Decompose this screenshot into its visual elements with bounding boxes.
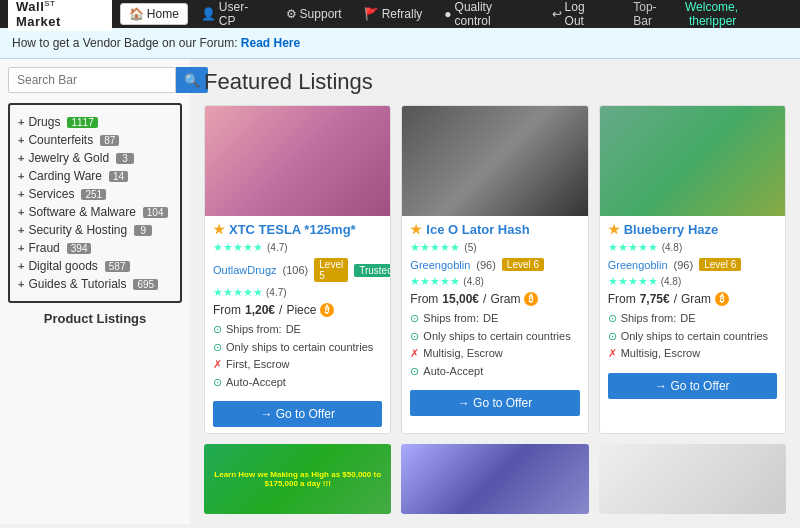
badge-software: 104 — [143, 207, 168, 218]
listing-card-0: ★ XTC TESLA *125mg* ★★★★★ (4.7) OutlawDr… — [204, 105, 391, 434]
price-row-1: From 15,00€/Gram ₿ — [410, 292, 579, 306]
search-input[interactable] — [8, 67, 176, 93]
nav-usercp-label: User-CP — [219, 0, 264, 28]
cat-fraud[interactable]: + Fraud 394 — [18, 239, 172, 257]
seller-name-2[interactable]: Greengoblin — [608, 259, 668, 271]
seller-row-2: Greengoblin (96) Level 6 — [608, 258, 777, 271]
nav-items: 🏠 Home 👤 User-CP ⚙ Support 🚩 Refrally ● … — [120, 0, 615, 32]
home-icon: 🏠 — [129, 7, 144, 21]
listing-image-0 — [205, 106, 390, 216]
listing-title-1[interactable]: ★ Ice O Lator Hash — [410, 222, 579, 237]
listing-stars-1: ★★★★★ (5) — [410, 241, 579, 254]
seller-stars-0: ★★★★★ (4.7) — [213, 286, 382, 299]
info-list-0: ⊙ Ships from: DE ⊙ Only ships to certain… — [213, 321, 382, 391]
level-badge-0: Level 5 — [314, 258, 348, 282]
btc-icon-2: ₿ — [715, 292, 729, 306]
go-to-offer-2[interactable]: → Go to Offer — [608, 373, 777, 399]
level-badge-2: Level 6 — [699, 258, 741, 271]
badge-carding: 14 — [109, 171, 128, 182]
refrally-icon: 🚩 — [364, 7, 379, 21]
bottom-image-1[interactable] — [401, 444, 588, 514]
search-bar: 🔍 — [8, 67, 182, 93]
badge-jewelry: 3 — [116, 153, 134, 164]
nav-quality[interactable]: ● Quality control — [435, 0, 538, 32]
nav-home-label: Home — [147, 7, 179, 21]
info-list-1: ⊙ Ships from: DE ⊙ Only ships to certain… — [410, 310, 579, 380]
cat-jewelry[interactable]: + Jewelry & Gold 3 — [18, 149, 172, 167]
seller-row-0: OutlawDrugz (106) Level 5 Trusted — [213, 258, 382, 282]
sidebar-section-title: Product Listings — [8, 311, 182, 326]
price-row-0: From 1,20€/Piece ₿ — [213, 303, 382, 317]
bottom-image-0[interactable]: Learn How we Making as High as $50,000 t… — [204, 444, 391, 514]
topbar-label: Top-Bar — [633, 0, 675, 28]
quality-icon: ● — [444, 7, 451, 21]
star-icon-1: ★ — [410, 222, 422, 237]
trusted-badge-0: Trusted — [354, 264, 391, 277]
listing-card-2: ★ Blueberry Haze ★★★★★ (4.8) Greengoblin… — [599, 105, 786, 434]
nav-support[interactable]: ⚙ Support — [277, 3, 351, 25]
bottom-image-2[interactable] — [599, 444, 786, 514]
badge-fraud: 394 — [67, 243, 92, 254]
usercp-icon: 👤 — [201, 7, 216, 21]
cat-digital[interactable]: + Digital goods 587 — [18, 257, 172, 275]
listing-image-2 — [600, 106, 785, 216]
listing-title-2[interactable]: ★ Blueberry Haze — [608, 222, 777, 237]
cat-drugs[interactable]: + Drugs 1117 — [18, 113, 172, 131]
listing-title-0[interactable]: ★ XTC TESLA *125mg* — [213, 222, 382, 237]
badge-guides: 695 — [133, 279, 158, 290]
logo[interactable]: WallST Market — [8, 0, 112, 31]
badge-services: 251 — [81, 189, 106, 200]
top-bar: WallST Market 🏠 Home 👤 User-CP ⚙ Support… — [0, 0, 800, 28]
nav-quality-label: Quality control — [455, 0, 530, 28]
listing-image-1 — [402, 106, 587, 216]
listings-grid: ★ XTC TESLA *125mg* ★★★★★ (4.7) OutlawDr… — [204, 105, 786, 434]
badge-security: 9 — [134, 225, 152, 236]
cat-counterfeits[interactable]: + Counterfeits 87 — [18, 131, 172, 149]
cat-plus-icon: + — [18, 116, 24, 128]
nav-refrally[interactable]: 🚩 Refrally — [355, 3, 432, 25]
support-icon: ⚙ — [286, 7, 297, 21]
listing-stars-2: ★★★★★ (4.8) — [608, 241, 777, 254]
content-area: Featured Listings ★ XTC TESLA *125mg* ★★… — [190, 59, 800, 524]
btc-icon-0: ₿ — [320, 303, 334, 317]
listing-stars-0: ★★★★★ (4.7) — [213, 241, 382, 254]
listing-card-1: ★ Ice O Lator Hash ★★★★★ (5) Greengoblin… — [401, 105, 588, 434]
vendor-banner: How to get a Vendor Badge on our Forum: … — [0, 28, 800, 59]
seller-row-1: Greengoblin (96) Level 6 — [410, 258, 579, 271]
cat-guides[interactable]: + Guides & Tutorials 695 — [18, 275, 172, 293]
sidebar: 🔍 + Drugs 1117 + Counterfeits 87 + Jewel… — [0, 59, 190, 524]
info-list-2: ⊙ Ships from: DE ⊙ Only ships to certain… — [608, 310, 777, 363]
price-row-2: From 7,75€/Gram ₿ — [608, 292, 777, 306]
nav-logout[interactable]: ↩ Log Out — [543, 0, 616, 32]
nav-logout-label: Log Out — [565, 0, 607, 28]
level-badge-1: Level 6 — [502, 258, 544, 271]
logo-sup: ST — [44, 0, 55, 8]
seller-name-0[interactable]: OutlawDrugz — [213, 264, 277, 276]
go-to-offer-1[interactable]: → Go to Offer — [410, 390, 579, 416]
nav-refrally-label: Refrally — [382, 7, 423, 21]
nav-support-label: Support — [300, 7, 342, 21]
star-icon-2: ★ — [608, 222, 620, 237]
main-layout: 🔍 + Drugs 1117 + Counterfeits 87 + Jewel… — [0, 59, 800, 524]
cat-software[interactable]: + Software & Malware 104 — [18, 203, 172, 221]
seller-stars-1: ★★★★★ (4.8) — [410, 275, 579, 288]
featured-title: Featured Listings — [204, 69, 786, 95]
cat-security[interactable]: + Security & Hosting 9 — [18, 221, 172, 239]
seller-stars-2: ★★★★★ (4.8) — [608, 275, 777, 288]
badge-counterfeits: 87 — [100, 135, 119, 146]
cat-carding[interactable]: + Carding Ware 14 — [18, 167, 172, 185]
star-icon-0: ★ — [213, 222, 225, 237]
badge-drugs: 1117 — [67, 117, 97, 128]
cat-services[interactable]: + Services 251 — [18, 185, 172, 203]
bottom-row: Learn How we Making as High as $50,000 t… — [204, 444, 786, 514]
btc-icon-1: ₿ — [524, 292, 538, 306]
badge-digital: 587 — [105, 261, 130, 272]
welcome-message: Welcome, theripper — [685, 0, 792, 28]
nav-usercp[interactable]: 👤 User-CP — [192, 0, 273, 32]
nav-home[interactable]: 🏠 Home — [120, 3, 188, 25]
vendor-banner-link[interactable]: Read Here — [241, 36, 300, 50]
logout-icon: ↩ — [552, 7, 562, 21]
seller-name-1[interactable]: Greengoblin — [410, 259, 470, 271]
go-to-offer-0[interactable]: → Go to Offer — [213, 401, 382, 427]
username: theripper — [689, 14, 736, 28]
